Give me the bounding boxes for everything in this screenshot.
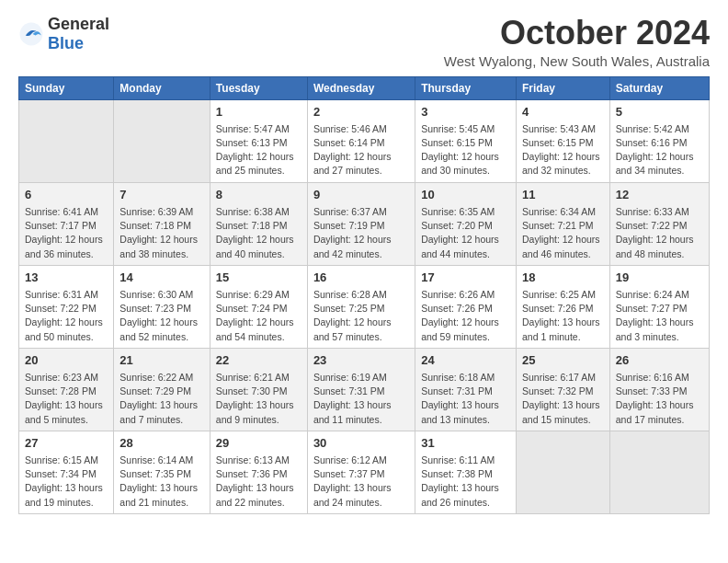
calendar-week-row: 27Sunrise: 6:15 AM Sunset: 7:34 PM Dayli…	[19, 431, 710, 513]
day-number: 24	[421, 352, 510, 369]
day-number: 19	[616, 270, 703, 286]
day-info: Sunrise: 6:13 AM Sunset: 7:36 PM Dayligh…	[216, 454, 301, 510]
day-info: Sunrise: 6:34 AM Sunset: 7:21 PM Dayligh…	[522, 205, 604, 261]
day-header-wednesday: Wednesday	[307, 76, 415, 99]
day-number: 30	[313, 435, 409, 452]
day-info: Sunrise: 6:17 AM Sunset: 7:32 PM Dayligh…	[522, 371, 604, 427]
day-number: 25	[522, 352, 604, 369]
day-info: Sunrise: 6:26 AM Sunset: 7:26 PM Dayligh…	[421, 288, 510, 344]
day-info: Sunrise: 6:28 AM Sunset: 7:25 PM Dayligh…	[313, 288, 409, 344]
day-number: 20	[25, 352, 108, 369]
calendar-cell: 4Sunrise: 5:43 AM Sunset: 6:15 PM Daylig…	[516, 99, 609, 182]
calendar-cell	[19, 99, 114, 182]
calendar-cell: 29Sunrise: 6:13 AM Sunset: 7:36 PM Dayli…	[210, 431, 307, 513]
day-info: Sunrise: 6:31 AM Sunset: 7:22 PM Dayligh…	[25, 288, 108, 344]
calendar-cell: 23Sunrise: 6:19 AM Sunset: 7:31 PM Dayli…	[307, 348, 415, 431]
calendar-cell: 3Sunrise: 5:45 AM Sunset: 6:15 PM Daylig…	[415, 99, 517, 182]
day-number: 22	[216, 352, 301, 369]
day-header-sunday: Sunday	[19, 76, 114, 99]
day-info: Sunrise: 6:24 AM Sunset: 7:27 PM Dayligh…	[616, 288, 703, 344]
day-info: Sunrise: 5:42 AM Sunset: 6:16 PM Dayligh…	[616, 122, 703, 178]
day-number: 23	[313, 352, 409, 369]
day-info: Sunrise: 6:15 AM Sunset: 7:34 PM Dayligh…	[25, 454, 108, 510]
day-number: 14	[119, 270, 204, 286]
calendar-cell: 8Sunrise: 6:38 AM Sunset: 7:18 PM Daylig…	[210, 182, 307, 265]
title-area: October 2024 West Wyalong, New South Wal…	[444, 15, 710, 69]
calendar-cell: 12Sunrise: 6:33 AM Sunset: 7:22 PM Dayli…	[609, 182, 709, 265]
calendar-cell: 19Sunrise: 6:24 AM Sunset: 7:27 PM Dayli…	[609, 265, 709, 348]
day-number: 18	[522, 270, 604, 286]
day-number: 15	[216, 270, 301, 286]
calendar-table: SundayMondayTuesdayWednesdayThursdayFrid…	[18, 76, 710, 514]
day-number: 29	[216, 435, 301, 452]
day-number: 2	[313, 104, 409, 121]
calendar-week-row: 20Sunrise: 6:23 AM Sunset: 7:28 PM Dayli…	[19, 348, 710, 431]
calendar-cell: 13Sunrise: 6:31 AM Sunset: 7:22 PM Dayli…	[19, 265, 114, 348]
day-number: 4	[522, 104, 604, 121]
calendar-cell	[114, 99, 210, 182]
calendar-header-row: SundayMondayTuesdayWednesdayThursdayFrid…	[19, 76, 710, 99]
calendar-cell: 17Sunrise: 6:26 AM Sunset: 7:26 PM Dayli…	[415, 265, 517, 348]
day-number: 5	[616, 104, 703, 121]
calendar-cell: 27Sunrise: 6:15 AM Sunset: 7:34 PM Dayli…	[19, 431, 114, 513]
logo: General Blue	[18, 15, 109, 53]
day-info: Sunrise: 5:46 AM Sunset: 6:14 PM Dayligh…	[313, 122, 409, 178]
calendar-cell: 16Sunrise: 6:28 AM Sunset: 7:25 PM Dayli…	[307, 265, 415, 348]
logo-icon	[18, 21, 44, 47]
day-number: 10	[421, 187, 510, 203]
day-info: Sunrise: 5:45 AM Sunset: 6:15 PM Dayligh…	[421, 122, 510, 178]
day-number: 8	[216, 187, 301, 203]
calendar-cell: 21Sunrise: 6:22 AM Sunset: 7:29 PM Dayli…	[114, 348, 210, 431]
day-number: 12	[616, 187, 703, 203]
day-info: Sunrise: 6:11 AM Sunset: 7:38 PM Dayligh…	[421, 454, 510, 510]
day-info: Sunrise: 6:22 AM Sunset: 7:29 PM Dayligh…	[119, 371, 204, 427]
day-info: Sunrise: 5:47 AM Sunset: 6:13 PM Dayligh…	[216, 122, 301, 178]
day-info: Sunrise: 6:41 AM Sunset: 7:17 PM Dayligh…	[25, 205, 108, 261]
calendar-cell: 20Sunrise: 6:23 AM Sunset: 7:28 PM Dayli…	[19, 348, 114, 431]
day-info: Sunrise: 6:12 AM Sunset: 7:37 PM Dayligh…	[313, 454, 409, 510]
calendar-cell: 2Sunrise: 5:46 AM Sunset: 6:14 PM Daylig…	[307, 99, 415, 182]
calendar-cell: 10Sunrise: 6:35 AM Sunset: 7:20 PM Dayli…	[415, 182, 517, 265]
page-subtitle: West Wyalong, New South Wales, Australia	[444, 53, 710, 69]
calendar-cell: 14Sunrise: 6:30 AM Sunset: 7:23 PM Dayli…	[114, 265, 210, 348]
calendar-week-row: 1Sunrise: 5:47 AM Sunset: 6:13 PM Daylig…	[19, 99, 710, 182]
calendar-cell	[609, 431, 709, 513]
day-info: Sunrise: 5:43 AM Sunset: 6:15 PM Dayligh…	[522, 122, 604, 178]
calendar-cell: 5Sunrise: 5:42 AM Sunset: 6:16 PM Daylig…	[609, 99, 709, 182]
day-number: 27	[25, 435, 108, 452]
day-number: 13	[25, 270, 108, 286]
day-info: Sunrise: 6:35 AM Sunset: 7:20 PM Dayligh…	[421, 205, 510, 261]
calendar-cell: 25Sunrise: 6:17 AM Sunset: 7:32 PM Dayli…	[516, 348, 609, 431]
calendar-cell: 26Sunrise: 6:16 AM Sunset: 7:33 PM Dayli…	[609, 348, 709, 431]
day-info: Sunrise: 6:29 AM Sunset: 7:24 PM Dayligh…	[216, 288, 301, 344]
calendar-cell: 9Sunrise: 6:37 AM Sunset: 7:19 PM Daylig…	[307, 182, 415, 265]
logo-blue: Blue	[48, 34, 84, 52]
day-number: 17	[421, 270, 510, 286]
day-header-thursday: Thursday	[415, 76, 517, 99]
day-number: 3	[421, 104, 510, 121]
day-number: 9	[313, 187, 409, 203]
calendar-week-row: 6Sunrise: 6:41 AM Sunset: 7:17 PM Daylig…	[19, 182, 710, 265]
calendar-cell: 6Sunrise: 6:41 AM Sunset: 7:17 PM Daylig…	[19, 182, 114, 265]
day-info: Sunrise: 6:30 AM Sunset: 7:23 PM Dayligh…	[119, 288, 204, 344]
page-title: October 2024	[444, 15, 710, 52]
day-number: 1	[216, 104, 301, 121]
day-info: Sunrise: 6:14 AM Sunset: 7:35 PM Dayligh…	[119, 454, 204, 510]
calendar-cell: 24Sunrise: 6:18 AM Sunset: 7:31 PM Dayli…	[415, 348, 517, 431]
day-info: Sunrise: 6:19 AM Sunset: 7:31 PM Dayligh…	[313, 371, 409, 427]
day-info: Sunrise: 6:37 AM Sunset: 7:19 PM Dayligh…	[313, 205, 409, 261]
day-info: Sunrise: 6:33 AM Sunset: 7:22 PM Dayligh…	[616, 205, 703, 261]
calendar-cell: 22Sunrise: 6:21 AM Sunset: 7:30 PM Dayli…	[210, 348, 307, 431]
day-info: Sunrise: 6:25 AM Sunset: 7:26 PM Dayligh…	[522, 288, 604, 344]
day-number: 28	[119, 435, 204, 452]
day-number: 11	[522, 187, 604, 203]
day-number: 7	[119, 187, 204, 203]
day-number: 31	[421, 435, 510, 452]
logo-text: General Blue	[48, 15, 109, 53]
day-info: Sunrise: 6:16 AM Sunset: 7:33 PM Dayligh…	[616, 371, 703, 427]
day-header-tuesday: Tuesday	[210, 76, 307, 99]
header: General Blue October 2024 West Wyalong, …	[18, 15, 710, 69]
day-number: 21	[119, 352, 204, 369]
day-number: 16	[313, 270, 409, 286]
day-header-friday: Friday	[516, 76, 609, 99]
